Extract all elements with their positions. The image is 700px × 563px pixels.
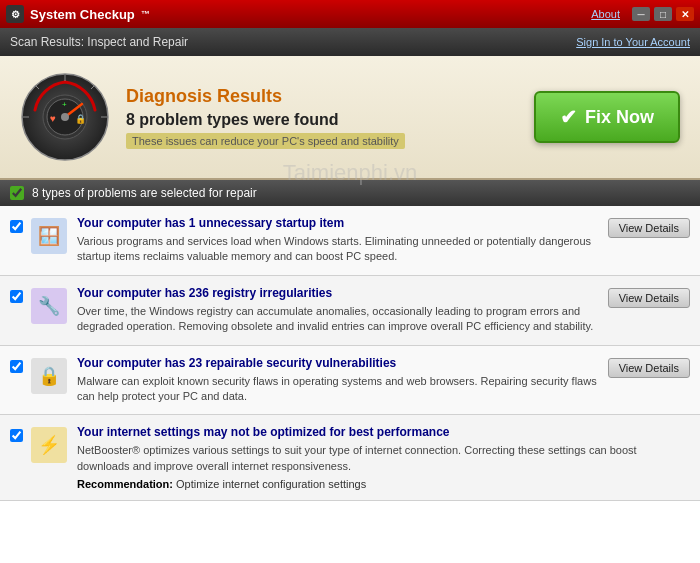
problem-icon-col-4: ⚡ [31, 425, 69, 490]
minimize-button[interactable]: ─ [632, 7, 650, 21]
problem-desc-2: Over time, the Windows registry can accu… [77, 304, 600, 335]
problems-list: 🪟 Your computer has 1 unnecessary startu… [0, 206, 700, 563]
app-icon: ⚙ [6, 5, 24, 23]
internet-icon: ⚡ [31, 427, 67, 463]
gauge-graphic: ♥ 🔒 + [20, 72, 110, 162]
table-row: 🔧 Your computer has 236 registry irregul… [0, 276, 700, 346]
problem-title-4: Your internet settings may not be optimi… [77, 425, 682, 439]
problem-title-3: Your computer has 23 repairable security… [77, 356, 600, 370]
problem-content-1: Your computer has 1 unnecessary startup … [77, 216, 600, 265]
view-details-button-1[interactable]: View Details [608, 218, 690, 238]
problem-title-2: Your computer has 236 registry irregular… [77, 286, 600, 300]
problem-desc-3: Malware can exploit known security flaws… [77, 374, 600, 405]
diagnosis-count: 8 problem types were found [126, 111, 518, 129]
problems-header-label: 8 types of problems are selected for rep… [32, 186, 257, 200]
svg-text:♥: ♥ [50, 113, 56, 124]
problem-desc-1: Various programs and services load when … [77, 234, 600, 265]
title-bar: ⚙ System Checkup ™ About ─ □ ✕ [0, 0, 700, 28]
title-bar-left: ⚙ System Checkup ™ [6, 5, 150, 23]
security-icon: 🔒 [31, 358, 67, 394]
diagnosis-panel: ♥ 🔒 + Diagnosis Results 8 problem types … [0, 56, 700, 180]
problem-actions-2: View Details [608, 286, 690, 335]
problem-icon-col-2: 🔧 [31, 286, 69, 335]
problem-checkbox-col-4 [10, 425, 23, 490]
svg-text:+: + [62, 100, 67, 109]
svg-text:🔒: 🔒 [75, 113, 87, 125]
trademark: ™ [141, 9, 150, 19]
view-details-button-3[interactable]: View Details [608, 358, 690, 378]
select-all-checkbox[interactable] [10, 186, 24, 200]
problem-actions-1: View Details [608, 216, 690, 265]
problem-recommendation-4: Recommendation: Optimize internet config… [77, 478, 682, 490]
svg-point-4 [61, 113, 69, 121]
problem-checkbox-col-2 [10, 286, 23, 335]
problem-checkbox-2[interactable] [10, 290, 23, 303]
diagnosis-subtitle: These issues can reduce your PC's speed … [126, 133, 405, 149]
about-link[interactable]: About [591, 8, 620, 20]
startup-icon: 🪟 [31, 218, 67, 254]
problem-desc-4: NetBooster® optimizes various settings t… [77, 443, 682, 474]
problem-content-4: Your internet settings may not be optimi… [77, 425, 682, 490]
checkmark-icon: ✔ [560, 105, 577, 129]
problem-actions-3: View Details [608, 356, 690, 405]
problem-icon-col-1: 🪟 [31, 216, 69, 265]
title-bar-controls: About ─ □ ✕ [591, 7, 694, 21]
app-title: System Checkup [30, 7, 135, 22]
fix-now-button[interactable]: ✔ Fix Now [534, 91, 680, 143]
sign-in-link[interactable]: Sign In to Your Account [576, 36, 690, 48]
scan-results-title: Scan Results: Inspect and Repair [10, 35, 188, 49]
table-row: 🔒 Your computer has 23 repairable securi… [0, 346, 700, 416]
problem-checkbox-3[interactable] [10, 360, 23, 373]
table-row: 🪟 Your computer has 1 unnecessary startu… [0, 206, 700, 276]
sub-header: Scan Results: Inspect and Repair Sign In… [0, 28, 700, 56]
problem-content-2: Your computer has 236 registry irregular… [77, 286, 600, 335]
maximize-button[interactable]: □ [654, 7, 672, 21]
close-button[interactable]: ✕ [676, 7, 694, 21]
problem-content-3: Your computer has 23 repairable security… [77, 356, 600, 405]
problem-checkbox-col [10, 216, 23, 265]
diagnosis-title: Diagnosis Results [126, 86, 518, 107]
problem-checkbox-4[interactable] [10, 429, 23, 442]
problems-header: 8 types of problems are selected for rep… [0, 180, 700, 206]
problem-checkbox-1[interactable] [10, 220, 23, 233]
fix-now-label: Fix Now [585, 107, 654, 128]
problem-checkbox-col-3 [10, 356, 23, 405]
registry-icon: 🔧 [31, 288, 67, 324]
problem-icon-col-3: 🔒 [31, 356, 69, 405]
diagnosis-content: Diagnosis Results 8 problem types were f… [126, 86, 518, 149]
table-row: ⚡ Your internet settings may not be opti… [0, 415, 700, 501]
problem-title-1: Your computer has 1 unnecessary startup … [77, 216, 600, 230]
view-details-button-2[interactable]: View Details [608, 288, 690, 308]
